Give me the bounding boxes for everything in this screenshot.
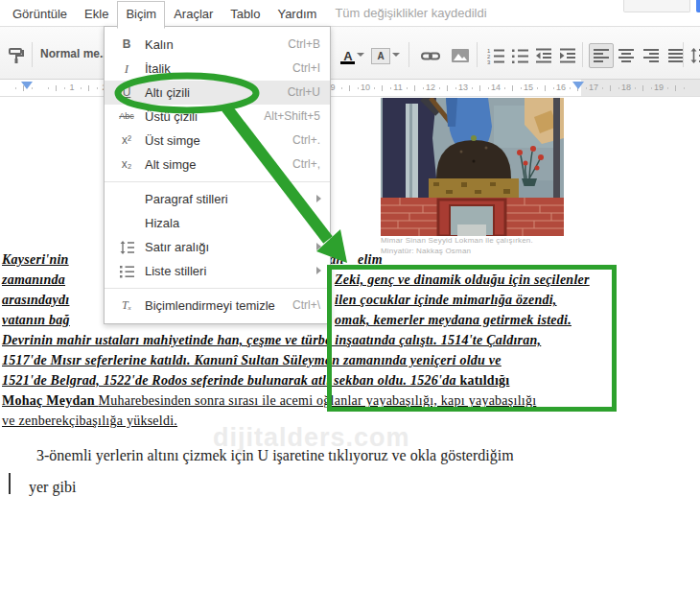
menu-yardim[interactable]: Yardım xyxy=(268,1,325,27)
ruler-tick xyxy=(512,85,513,91)
ruler-number: 12 xyxy=(423,83,438,92)
text-color-bar xyxy=(340,61,355,64)
left-indent-marker[interactable] xyxy=(21,82,33,89)
ruler-number: 16 xyxy=(553,83,569,92)
comments-button[interactable] xyxy=(623,0,690,12)
doc-text-line: elim xyxy=(358,251,383,268)
doc-text-line: zamanında xyxy=(2,272,65,288)
bulleted-list-icon[interactable] xyxy=(507,43,532,68)
superscript-icon: x² xyxy=(114,129,139,153)
clear-formatting-icon: Tₓ xyxy=(114,294,139,318)
doc-text-line: arasındaydı xyxy=(2,292,69,308)
numbered-list-icon[interactable]: 123 xyxy=(483,43,508,68)
ruler-tick xyxy=(439,87,440,89)
ruler-tick xyxy=(610,85,611,91)
line-spacing-icon xyxy=(114,235,139,259)
menu-item-subscript[interactable]: x₂ Alt simge Ctrl+, xyxy=(105,153,330,177)
submenu-arrow-icon xyxy=(316,195,321,202)
toolbar-separator xyxy=(582,42,583,67)
ruler-number: 10 xyxy=(358,83,373,92)
align-right-icon[interactable] xyxy=(639,43,664,68)
ruler-tick xyxy=(642,85,643,91)
menu-item-superscript[interactable]: x² Üst simge Ctrl+. xyxy=(105,129,330,153)
menu-item-bold[interactable]: B Kalın Ctrl+B xyxy=(105,33,330,57)
doc-text-line: 1517'de Mısır seferlerine katıldı. Kanun… xyxy=(2,352,502,368)
decrease-indent-icon[interactable] xyxy=(531,43,556,68)
toolbar-separator xyxy=(408,42,409,67)
menu-bicim[interactable]: Biçim xyxy=(117,1,165,29)
right-indent-marker[interactable] xyxy=(572,82,584,89)
ruler-tick xyxy=(504,87,505,89)
menu-item-paragraph-styles[interactable]: Paragraf stilleri xyxy=(105,187,330,211)
menu-tablo[interactable]: Tablo xyxy=(222,1,268,27)
ruler-tick xyxy=(447,85,448,91)
justify-icon[interactable] xyxy=(664,43,688,68)
menu-araclar[interactable]: Araçlar xyxy=(165,1,222,27)
underline-icon: U xyxy=(114,81,139,105)
ruler-number: 1 xyxy=(64,83,80,92)
text-cursor xyxy=(9,473,11,494)
increase-indent-icon[interactable] xyxy=(555,43,580,68)
menu-ekle[interactable]: Ekle xyxy=(76,1,117,27)
menu-item-align[interactable]: Hizala xyxy=(105,211,330,235)
menu-separator xyxy=(105,181,330,182)
highlight-color-icon[interactable]: A xyxy=(368,43,393,68)
format-menu-dropdown: B Kalın Ctrl+B I İtalik Ctrl+I U Altı çi… xyxy=(104,26,331,324)
align-left-icon[interactable] xyxy=(589,43,614,68)
doc-text-line: Kayseri'nin xyxy=(2,251,69,268)
doc-text-line: Mohaç Meydan Muharebesinden sonra sırası… xyxy=(2,392,536,409)
ruler-tick xyxy=(675,85,676,91)
ruler-number: 18 xyxy=(618,83,634,92)
menu-item-line-spacing[interactable]: Satır aralığı xyxy=(105,235,330,259)
ruler-tick xyxy=(56,85,57,91)
doc-text-line: Zeki, genç ve dinamik olduğu için seçile… xyxy=(335,272,590,288)
bold-icon: B xyxy=(114,33,139,57)
ruler-tick xyxy=(374,87,375,89)
submenu-arrow-icon xyxy=(316,243,321,250)
tutorial-text-line1: 3-önemli yerlerin altını çizmek için U i… xyxy=(36,447,514,464)
submenu-arrow-icon xyxy=(316,267,321,274)
menu-item-strikethrough[interactable]: Abc Üstü çizili Alt+Shift+5 xyxy=(105,105,330,129)
ruler-tick xyxy=(382,85,383,91)
ruler-tick xyxy=(545,85,546,91)
text-color-caret[interactable] xyxy=(357,53,364,57)
menu-item-clear-formatting[interactable]: Tₓ Biçimlendirmeyi temizle Ctrl+\ xyxy=(105,294,330,318)
doc-text-line: vatanın bağ xyxy=(2,312,70,328)
doc-text-line: ilen çocuklar içinde mimarlığa özendi, xyxy=(335,292,557,308)
save-status: Tüm değişiklikler kaydedildi xyxy=(335,0,486,26)
paint-format-icon[interactable] xyxy=(4,43,29,68)
image-caption-line2: Minyatür: Nakkaş Osman xyxy=(381,247,471,255)
menu-goruntule[interactable]: Görüntüle xyxy=(4,1,76,27)
ruler-tick xyxy=(15,87,16,89)
insert-link-icon[interactable] xyxy=(418,43,443,68)
highlight-color-caret[interactable] xyxy=(392,53,400,57)
menu-item-underline[interactable]: U Altı çizili Ctrl+U xyxy=(105,81,330,105)
line-spacing-icon[interactable] xyxy=(687,43,700,68)
ruler-number: 13 xyxy=(455,83,471,92)
align-center-icon[interactable] xyxy=(614,43,639,68)
italic-icon: I xyxy=(114,57,139,81)
svg-text:3: 3 xyxy=(487,59,491,64)
paragraph-style-selector[interactable]: Normal me... xyxy=(40,47,109,60)
menu-item-list-styles[interactable]: Liste stilleri xyxy=(105,259,330,283)
doc-text-line: 1521'de Belgrad, 1522'de Rodos seferinde… xyxy=(2,372,509,389)
menu-item-italic[interactable]: I İtalik Ctrl+I xyxy=(105,57,330,81)
toolbar-separator xyxy=(683,42,684,67)
ruler-tick xyxy=(81,87,82,89)
list-styles-icon xyxy=(114,259,139,283)
document-image-miniature[interactable] xyxy=(381,98,564,236)
ruler-number: 19 xyxy=(651,83,666,92)
ruler-tick xyxy=(407,87,408,89)
ruler-tick xyxy=(667,87,668,89)
ruler-tick xyxy=(602,87,603,89)
share-button[interactable] xyxy=(696,0,700,12)
ruler-tick xyxy=(635,87,636,89)
menu-separator xyxy=(105,288,330,289)
ruler-tick xyxy=(537,87,538,89)
tutorial-text-line2: yer gibi xyxy=(29,479,76,496)
insert-image-icon[interactable] xyxy=(448,43,473,68)
ruler-tick xyxy=(684,87,685,89)
toolbar-separator xyxy=(477,42,478,67)
ruler-number: 15 xyxy=(521,83,536,92)
image-caption-line1: Mimar Sinan Seyyid Lokman ile çalışırken… xyxy=(381,236,533,245)
